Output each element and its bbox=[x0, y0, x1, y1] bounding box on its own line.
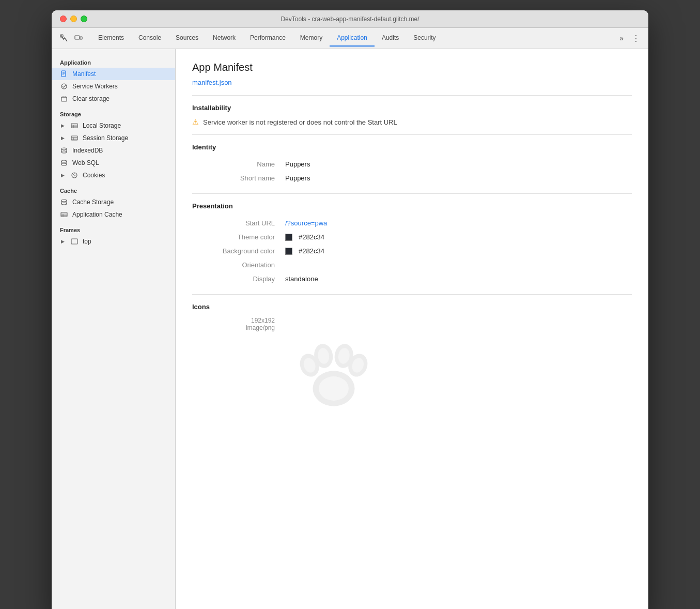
identity-section: Identity Name Puppers Short name Puppers bbox=[192, 143, 632, 185]
top-frame-icon bbox=[70, 237, 79, 246]
short-name-label: Short name bbox=[192, 174, 285, 182]
sidebar-item-cache-storage[interactable]: Cache Storage bbox=[52, 196, 175, 208]
device-icon[interactable] bbox=[72, 32, 85, 44]
tab-memory[interactable]: Memory bbox=[293, 30, 330, 47]
maximize-button[interactable] bbox=[81, 16, 87, 22]
sidebar-section-frames: Frames bbox=[52, 221, 175, 235]
tab-security[interactable]: Security bbox=[406, 30, 443, 47]
svg-rect-8 bbox=[61, 97, 67, 101]
tab-performance[interactable]: Performance bbox=[243, 30, 293, 47]
bg-color-row: Background color #282c34 bbox=[192, 244, 632, 258]
sidebar-item-manifest[interactable]: Manifest bbox=[52, 68, 175, 80]
svg-point-35 bbox=[61, 203, 67, 205]
icon-type-label: image/png bbox=[246, 324, 275, 331]
svg-point-24 bbox=[61, 160, 67, 162]
orientation-row: Orientation bbox=[192, 258, 632, 272]
divider-4 bbox=[192, 294, 632, 295]
top-expand-icon: ▶ bbox=[60, 239, 65, 244]
indexeddb-icon bbox=[60, 146, 68, 155]
name-row: Name Puppers bbox=[192, 157, 632, 171]
sidebar-item-session-storage[interactable]: ▶ Session Storage bbox=[52, 132, 175, 144]
main-content: Application Manifest bbox=[52, 49, 648, 609]
display-label: Display bbox=[192, 275, 285, 283]
cookies-icon bbox=[70, 171, 79, 179]
svg-rect-40 bbox=[71, 239, 77, 244]
sidebar-section-storage: Storage bbox=[52, 105, 175, 119]
svg-point-46 bbox=[319, 376, 349, 401]
websql-label: Web SQL bbox=[72, 159, 99, 166]
session-storage-expand-icon: ▶ bbox=[60, 135, 65, 141]
tab-sources[interactable]: Sources bbox=[168, 30, 206, 47]
warning-icon: ⚠ bbox=[192, 118, 199, 126]
sidebar-item-application-cache[interactable]: Application Cache bbox=[52, 208, 175, 221]
sidebar: Application Manifest bbox=[52, 49, 176, 609]
tab-audits[interactable]: Audits bbox=[375, 30, 406, 47]
svg-point-31 bbox=[74, 173, 75, 174]
divider-3 bbox=[192, 193, 632, 194]
svg-point-30 bbox=[74, 175, 75, 176]
websql-icon bbox=[60, 159, 68, 167]
warning-text: Service worker is not registered or does… bbox=[203, 118, 397, 126]
icon-meta: 192x192 image/png bbox=[192, 317, 275, 331]
cache-storage-label: Cache Storage bbox=[72, 199, 114, 206]
sidebar-item-service-workers[interactable]: Service Workers bbox=[52, 80, 175, 93]
local-storage-icon bbox=[70, 121, 79, 130]
tabs: Elements Console Sources Network Perform… bbox=[91, 30, 615, 47]
theme-color-label: Theme color bbox=[192, 233, 285, 241]
clear-storage-label: Clear storage bbox=[72, 95, 110, 102]
minimize-button[interactable] bbox=[70, 16, 77, 22]
tab-bar: Elements Console Sources Network Perform… bbox=[52, 28, 648, 49]
svg-point-7 bbox=[61, 84, 67, 89]
window-title: DevTools - cra-web-app-manifest-defaut.g… bbox=[281, 16, 419, 23]
start-url-value: /?source=pwa bbox=[285, 219, 327, 227]
svg-rect-2 bbox=[80, 37, 82, 39]
title-bar: DevTools - cra-web-app-manifest-defaut.g… bbox=[52, 10, 648, 28]
tab-overflow-button[interactable]: » bbox=[615, 30, 628, 47]
devtools-window: DevTools - cra-web-app-manifest-defaut.g… bbox=[52, 10, 648, 609]
theme-color-swatch bbox=[285, 234, 292, 241]
cache-storage-icon bbox=[60, 198, 68, 206]
identity-heading: Identity bbox=[192, 143, 632, 151]
traffic-lights bbox=[60, 16, 87, 22]
tab-console[interactable]: Console bbox=[131, 30, 168, 47]
installability-heading: Installability bbox=[192, 104, 632, 112]
svg-rect-16 bbox=[71, 136, 77, 140]
svg-rect-1 bbox=[75, 36, 80, 39]
divider-1 bbox=[192, 95, 632, 96]
sidebar-section-cache: Cache bbox=[52, 181, 175, 196]
service-workers-label: Service Workers bbox=[72, 83, 118, 90]
start-url-row: Start URL /?source=pwa bbox=[192, 216, 632, 230]
sidebar-item-clear-storage[interactable]: Clear storage bbox=[52, 93, 175, 105]
installability-section: Installability ⚠ Service worker is not r… bbox=[192, 104, 632, 126]
sidebar-section-application: Application bbox=[52, 53, 175, 68]
manifest-icon bbox=[60, 70, 68, 78]
theme-color-row: Theme color #282c34 bbox=[192, 230, 632, 244]
short-name-value: Puppers bbox=[285, 174, 310, 182]
tab-icons bbox=[56, 28, 87, 49]
application-cache-icon bbox=[60, 210, 68, 219]
bg-color-value: #282c34 bbox=[285, 247, 324, 255]
icons-heading: Icons bbox=[192, 303, 632, 311]
start-url-link[interactable]: /?source=pwa bbox=[285, 219, 327, 227]
inspect-icon[interactable] bbox=[58, 32, 70, 44]
name-value: Puppers bbox=[285, 160, 310, 168]
devtools-menu-button[interactable]: ⋮ bbox=[628, 32, 644, 45]
sidebar-item-cookies[interactable]: ▶ Cookies bbox=[52, 169, 175, 181]
tab-network[interactable]: Network bbox=[206, 30, 243, 47]
divider-2 bbox=[192, 134, 632, 135]
bg-color-swatch bbox=[285, 248, 292, 255]
bg-color-text: #282c34 bbox=[299, 247, 324, 255]
manifest-link[interactable]: manifest.json bbox=[192, 79, 232, 86]
sidebar-item-top[interactable]: ▶ top bbox=[52, 235, 175, 248]
sidebar-item-local-storage[interactable]: ▶ Local Storage bbox=[52, 119, 175, 132]
svg-point-20 bbox=[61, 148, 67, 150]
tab-elements[interactable]: Elements bbox=[91, 30, 131, 47]
icon-entry: 192x192 image/png bbox=[192, 317, 632, 418]
page-title: App Manifest bbox=[192, 62, 632, 73]
local-storage-label: Local Storage bbox=[83, 122, 121, 129]
presentation-heading: Presentation bbox=[192, 202, 632, 210]
tab-application[interactable]: Application bbox=[330, 30, 375, 47]
sidebar-item-indexeddb[interactable]: IndexedDB bbox=[52, 144, 175, 157]
close-button[interactable] bbox=[60, 16, 67, 22]
sidebar-item-websql[interactable]: Web SQL bbox=[52, 157, 175, 169]
